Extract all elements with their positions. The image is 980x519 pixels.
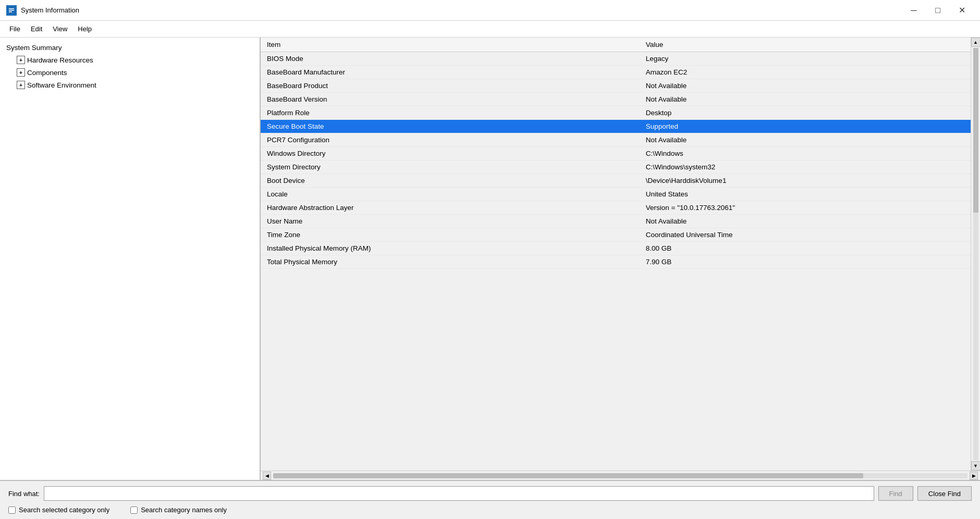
find-input[interactable] [44,486,874,501]
svg-rect-1 [9,8,14,9]
search-category-names[interactable]: Search category names only [130,506,227,514]
right-panel-body: Item Value BIOS ModeLegacyBaseBoard Manu… [261,38,980,471]
scroll-down-arrow[interactable]: ▼ [971,461,981,471]
close-find-button[interactable]: Close Find [917,486,972,501]
cell-item: Installed Physical Memory (RAM) [261,242,640,255]
title-bar: System Information ─ □ ✕ [0,0,980,21]
table-row[interactable]: System DirectoryC:\Windows\system32 [261,160,971,174]
table-container[interactable]: Item Value BIOS ModeLegacyBaseBoard Manu… [261,38,971,471]
cell-item: BIOS Mode [261,52,640,66]
table-row[interactable]: Platform RoleDesktop [261,106,971,120]
cell-value: Desktop [640,106,971,120]
horizontal-scrollbar[interactable]: ◀ ▶ [261,471,980,480]
menu-view[interactable]: View [47,23,72,35]
cell-item: BaseBoard Manufacturer [261,66,640,79]
table-row[interactable]: BaseBoard ProductNot Available [261,79,971,93]
tree-panel: System Summary + Hardware Resources + Co… [0,38,261,480]
table-row[interactable]: PCR7 ConfigurationNot Available [261,133,971,147]
app-icon [6,5,17,16]
hscroll-thumb[interactable] [273,473,863,478]
search-selected-label: Search selected category only [19,506,109,514]
menu-file[interactable]: File [4,23,26,35]
search-names-label: Search category names only [141,506,227,514]
cell-value: Legacy [640,52,971,66]
cell-value: Not Available [640,93,971,106]
find-label: Find what: [8,490,40,498]
cell-value: United States [640,188,971,201]
search-names-checkbox[interactable] [130,506,138,514]
col-value: Value [640,38,971,52]
cell-item: System Directory [261,160,640,174]
system-summary-label: System Summary [6,44,62,52]
table-row[interactable]: BIOS ModeLegacy [261,52,971,66]
cell-value: Not Available [640,79,971,93]
info-table: Item Value BIOS ModeLegacyBaseBoard Manu… [261,38,971,269]
tree-item-hardware-resources[interactable]: + Hardware Resources [2,54,258,66]
scroll-right-arrow[interactable]: ▶ [970,472,978,480]
tree-item-software-environment[interactable]: + Software Environment [2,79,258,91]
tree-item-components[interactable]: + Components [2,66,258,79]
scroll-left-arrow[interactable]: ◀ [263,472,271,480]
cell-value: Not Available [640,215,971,228]
cell-item: Total Physical Memory [261,255,640,269]
hscroll-track[interactable] [273,473,967,478]
menu-edit[interactable]: Edit [26,23,47,35]
cell-value: Coordinated Universal Time [640,228,971,242]
checkbox-row: Search selected category only Search cat… [8,506,972,514]
table-row[interactable]: Hardware Abstraction LayerVersion = "10.… [261,201,971,215]
expander-hardware[interactable]: + [17,56,25,64]
cell-value: 7.90 GB [640,255,971,269]
cell-item: Locale [261,188,640,201]
hardware-resources-label: Hardware Resources [27,56,93,64]
maximize-button[interactable]: □ [926,2,950,19]
menu-help[interactable]: Help [72,23,97,35]
cell-item: PCR7 Configuration [261,133,640,147]
expander-software[interactable]: + [17,81,25,89]
table-row[interactable]: Boot Device\Device\HarddiskVolume1 [261,174,971,188]
cell-value: Amazon EC2 [640,66,971,79]
menu-bar: File Edit View Help [0,21,980,38]
software-environment-label: Software Environment [27,81,96,89]
cell-item: Windows Directory [261,147,640,160]
cell-item: Hardware Abstraction Layer [261,201,640,215]
table-row[interactable]: Secure Boot StateSupported [261,120,971,133]
col-item: Item [261,38,640,52]
bottom-bar: Find what: Find Close Find Search select… [0,480,980,519]
minimize-button[interactable]: ─ [902,2,926,19]
cell-value: C:\Windows [640,147,971,160]
window-title: System Information [21,6,902,14]
cell-value: Not Available [640,133,971,147]
cell-item: BaseBoard Product [261,79,640,93]
cell-item: Platform Role [261,106,640,120]
table-row[interactable]: LocaleUnited States [261,188,971,201]
scroll-up-arrow[interactable]: ▲ [971,38,981,47]
table-row[interactable]: Time ZoneCoordinated Universal Time [261,228,971,242]
table-row[interactable]: User NameNot Available [261,215,971,228]
table-row[interactable]: Windows DirectoryC:\Windows [261,147,971,160]
table-row[interactable]: BaseBoard VersionNot Available [261,93,971,106]
table-row[interactable]: Installed Physical Memory (RAM)8.00 GB [261,242,971,255]
cell-item: BaseBoard Version [261,93,640,106]
search-selected-category[interactable]: Search selected category only [8,506,109,514]
cell-item: Secure Boot State [261,120,640,133]
table-row[interactable]: Total Physical Memory7.90 GB [261,255,971,269]
scroll-track[interactable] [973,48,978,460]
cell-value: 8.00 GB [640,242,971,255]
cell-item: User Name [261,215,640,228]
main-content: System Summary + Hardware Resources + Co… [0,38,980,480]
vertical-scrollbar[interactable]: ▲ ▼ [971,38,980,471]
svg-rect-2 [9,10,14,11]
table-row[interactable]: BaseBoard ManufacturerAmazon EC2 [261,66,971,79]
cell-value: Supported [640,120,971,133]
cell-item: Boot Device [261,174,640,188]
cell-value: \Device\HarddiskVolume1 [640,174,971,188]
cell-item: Time Zone [261,228,640,242]
cell-value: Version = "10.0.17763.2061" [640,201,971,215]
expander-components[interactable]: + [17,68,25,77]
find-button[interactable]: Find [878,486,913,501]
scroll-thumb[interactable] [973,48,978,213]
find-row: Find what: Find Close Find [8,486,972,501]
tree-item-system-summary[interactable]: System Summary [2,42,258,54]
close-button[interactable]: ✕ [950,2,974,19]
search-selected-checkbox[interactable] [8,506,16,514]
